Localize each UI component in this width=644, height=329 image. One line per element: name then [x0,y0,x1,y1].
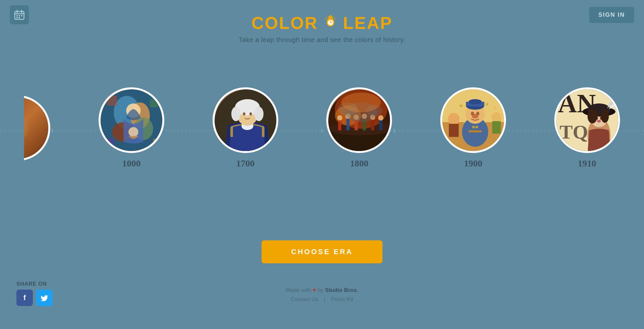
svg-text:★: ★ [485,101,489,107]
svg-point-41 [249,112,252,116]
svg-rect-34 [262,127,264,137]
logo-drop-icon [321,12,340,32]
svg-rect-4 [16,15,18,16]
era-1800-art-svg [328,89,392,153]
era-circle-1000 [99,87,164,153]
svg-rect-47 [338,119,341,130]
svg-rect-6 [21,15,22,16]
era-1910-art-svg: AN TQ [556,89,620,153]
svg-text:TQ: TQ [560,121,588,143]
svg-point-70 [469,99,482,104]
studio-bros-link[interactable]: Studio Bros. [325,287,358,293]
svg-rect-7 [16,17,18,18]
svg-point-95 [587,109,597,123]
svg-rect-49 [346,117,350,130]
svg-point-75 [472,126,475,128]
era-circle-1800 [326,87,392,153]
svg-rect-30 [105,139,114,147]
svg-text:★: ★ [493,105,497,110]
svg-point-96 [601,110,609,123]
calendar-icon [14,10,25,20]
svg-rect-78 [449,124,459,137]
svg-rect-74 [469,130,482,132]
svg-rect-33 [230,127,233,137]
svg-point-62 [341,93,381,112]
facebook-icon: f [23,294,26,302]
era-1700-art-svg [215,89,278,153]
logo-color-text: COLOR [251,13,318,33]
footer: Made with ♥ by Studio Bros. Contact Us |… [286,287,358,303]
timeline-section: 1000 [0,76,644,181]
subtitle: Take a leap through time and see the col… [239,36,405,44]
svg-point-77 [448,113,460,125]
press-kit-link[interactable]: Press Kit [331,296,353,302]
twitter-share-button[interactable] [36,290,53,306]
choose-era-section: CHOOSE ERA [262,240,382,263]
svg-rect-28 [150,99,158,107]
svg-point-48 [337,115,342,121]
svg-rect-8 [19,17,20,18]
era-circle-prev [24,95,50,161]
footer-links: Contact Us | Press Kit [286,296,358,303]
svg-rect-29 [153,139,161,147]
era-circle-1900: ★ ★ ★ [440,87,506,153]
facebook-share-button[interactable]: f [16,290,33,306]
era-circle-1910: AN TQ [554,87,620,153]
logo: COLOR LEAP [239,13,405,33]
made-with-text: Made with ♥ by Studio Bros. [286,287,358,294]
svg-rect-5 [19,15,20,16]
era-item-1700[interactable]: 1700 [213,87,278,169]
share-buttons: f [16,290,53,306]
calendar-button[interactable] [10,5,29,24]
twitter-icon [40,295,48,301]
logo-leap-text: LEAP [343,13,393,33]
svg-point-79 [492,112,501,122]
svg-point-38 [231,107,241,121]
share-section: SHARE ON f [16,281,53,306]
svg-rect-55 [371,118,374,130]
svg-point-26 [128,127,138,137]
svg-rect-27 [107,96,117,106]
heart-icon: ♥ [313,287,318,293]
era-circle-1700 [213,87,278,153]
svg-text:★: ★ [459,103,463,108]
svg-rect-57 [379,119,382,130]
era-label-1800: 1800 [350,158,368,169]
era-item-1910[interactable]: AN TQ [554,87,620,169]
era-label-1000: 1000 [122,158,141,169]
era-item-prev[interactable] [24,95,50,161]
svg-point-94 [597,120,601,122]
svg-point-40 [243,112,245,116]
era-item-1800[interactable]: 1800 [326,87,392,169]
era-items: 1000 [0,87,644,169]
era-item-1000[interactable]: 1000 [99,87,164,169]
footer-divider: | [324,296,327,302]
svg-rect-80 [492,121,501,134]
svg-point-58 [378,115,383,121]
era-label-1700: 1700 [236,158,255,169]
era-label-1910: 1910 [578,158,596,169]
logo-area: COLOR LEAP Take a leap through time and … [239,13,405,44]
era-label-1900: 1900 [464,158,482,169]
choose-era-button[interactable]: CHOOSE ERA [262,240,382,263]
svg-point-73 [472,114,478,119]
sign-in-button[interactable]: SIGN IN [589,7,634,23]
era-1900-art-svg: ★ ★ ★ [442,89,506,153]
share-label: SHARE ON [16,281,53,287]
svg-point-39 [254,107,264,121]
contact-us-link[interactable]: Contact Us [291,296,318,302]
era-item-1900[interactable]: ★ ★ ★ 1900 [440,87,506,169]
era-1000-art-svg [101,89,164,153]
svg-point-76 [475,126,478,128]
